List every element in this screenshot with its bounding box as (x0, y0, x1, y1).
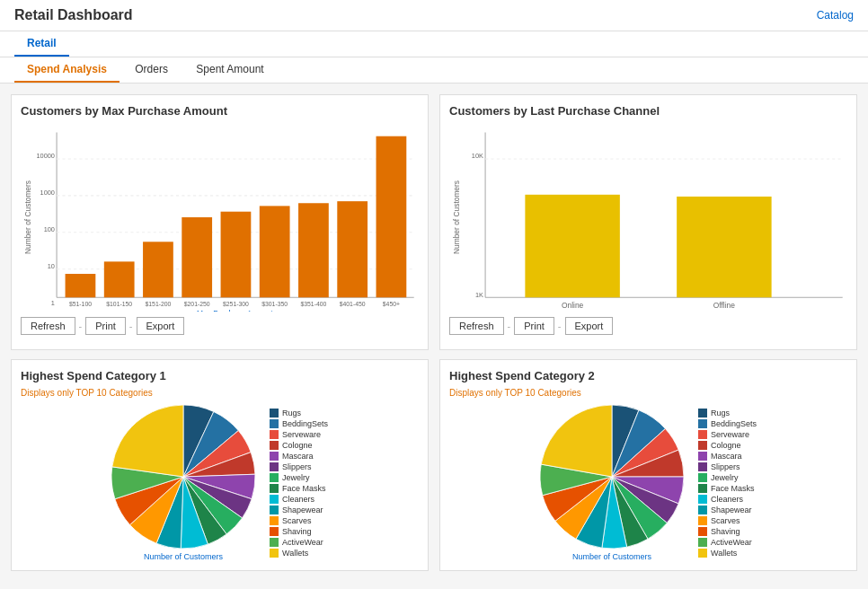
legend-item-label: Cologne (282, 441, 313, 450)
legend-item: Slippers (698, 462, 757, 471)
legend-color-swatch (698, 473, 707, 482)
legend-item-label: ActiveWear (711, 538, 752, 547)
pie2-title: Highest Spend Category 2 (449, 369, 847, 382)
legend-color-swatch (698, 441, 707, 450)
chart1-panel: Customers by Max Purchase Amount Number … (11, 94, 429, 350)
svg-rect-20 (221, 212, 252, 298)
legend-item: Wallets (698, 549, 757, 558)
legend-color-swatch (270, 505, 279, 514)
legend-color-swatch (698, 484, 707, 493)
pie2-content: Number of Customers RugsBeddingSetsServe… (449, 405, 847, 561)
legend-item-label: Mascara (711, 452, 742, 461)
chart1-sep1: - (79, 321, 83, 331)
legend-color-swatch (698, 430, 707, 439)
legend-item-label: Cologne (711, 441, 741, 450)
legend-item-label: Jewelry (282, 473, 310, 482)
chart2-sep2: - (558, 321, 562, 331)
legend-item: Rugs (698, 409, 757, 418)
chart1-buttons: Refresh - Print - Export (21, 317, 419, 335)
legend-item-label: Serveware (711, 430, 749, 439)
svg-text:$51-100: $51-100 (69, 301, 92, 307)
legend-item: Cologne (270, 441, 328, 450)
outer-tab-bar: Retail (0, 31, 868, 57)
chart1-sep2: - (129, 321, 133, 331)
legend-item-label: Serveware (282, 430, 321, 439)
tab-retail[interactable]: Retail (14, 31, 69, 57)
legend-item: Jewelry (270, 473, 328, 482)
svg-rect-22 (260, 206, 290, 297)
chart2-print-button[interactable]: Print (514, 317, 554, 335)
legend-color-swatch (270, 538, 279, 547)
legend-item-label: Scarves (282, 516, 312, 525)
legend-item-label: Wallets (711, 549, 737, 558)
legend-item: ActiveWear (270, 538, 328, 547)
pie2-legend: RugsBeddingSetsServewareCologneMascaraSl… (698, 409, 757, 558)
pie2-x-label: Number of Customers (572, 552, 651, 561)
svg-text:$101-150: $101-150 (106, 301, 132, 307)
legend-item: Face Masks (698, 484, 757, 493)
chart1-refresh-button[interactable]: Refresh (21, 317, 75, 335)
svg-text:Online: Online (562, 301, 584, 310)
svg-text:100: 100 (44, 225, 55, 233)
pie1-subtitle: Displays only TOP 10 Categories (21, 388, 419, 398)
main-content: Customers by Max Purchase Amount Number … (0, 84, 868, 582)
legend-color-swatch (698, 538, 707, 547)
chart2-export-button[interactable]: Export (565, 317, 614, 335)
legend-item: Mascara (698, 452, 757, 461)
svg-text:Number of Customers: Number of Customers (452, 180, 461, 254)
legend-color-swatch (698, 495, 707, 504)
svg-rect-18 (182, 217, 212, 297)
legend-color-swatch (270, 419, 279, 428)
legend-color-swatch (698, 419, 707, 428)
legend-color-swatch (270, 516, 279, 525)
svg-text:Max Purchase Amount: Max Purchase Amount (197, 309, 273, 312)
chart1-export-button[interactable]: Export (137, 317, 185, 335)
legend-item-label: Shaving (711, 527, 740, 536)
legend-item-label: Rugs (711, 409, 730, 418)
chart2-area: Number of Customers 1K 10K Online Offlin… (449, 123, 847, 312)
legend-item-label: Face Masks (282, 484, 326, 493)
legend-item: Slippers (270, 462, 328, 471)
legend-item-label: Slippers (711, 462, 740, 471)
chart2-refresh-button[interactable]: Refresh (449, 317, 504, 335)
svg-text:10K: 10K (472, 152, 483, 160)
legend-item-label: Jewelry (711, 473, 739, 482)
legend-item: Mascara (270, 452, 328, 461)
top-charts-row: Customers by Max Purchase Amount Number … (11, 94, 857, 350)
svg-text:1K: 1K (475, 291, 483, 299)
legend-item: Serveware (698, 430, 757, 439)
legend-color-swatch (698, 516, 707, 525)
svg-text:$301-350: $301-350 (261, 301, 288, 307)
tab-spend-analysis[interactable]: Spend Analysis (14, 57, 120, 83)
pie2-svg-container: Number of Customers (540, 405, 684, 561)
legend-item: BeddingSets (698, 419, 757, 428)
chart1-print-button[interactable]: Print (85, 317, 126, 335)
legend-color-swatch (270, 452, 279, 461)
legend-item: Cologne (698, 441, 757, 450)
app-title: Retail Dashboard (14, 7, 133, 23)
tab-spent-amount[interactable]: Spent Amount (183, 57, 276, 81)
chart1-title: Customers by Max Purchase Amount (21, 104, 419, 118)
svg-rect-26 (337, 201, 368, 297)
pie1-x-label: Number of Customers (144, 552, 223, 561)
legend-color-swatch (698, 549, 707, 558)
legend-item: Face Masks (270, 484, 328, 493)
legend-color-swatch (270, 409, 279, 418)
tab-orders[interactable]: Orders (122, 57, 181, 81)
chart2-title: Customers by Last Purchase Channel (449, 104, 847, 118)
legend-item: Shapewear (270, 505, 328, 514)
legend-item: Scarves (270, 516, 328, 525)
legend-color-swatch (270, 462, 279, 471)
legend-item-label: Scarves (711, 516, 740, 525)
svg-text:$351-400: $351-400 (300, 301, 326, 307)
catalog-link[interactable]: Catalog (817, 9, 854, 22)
legend-item-label: Rugs (282, 409, 301, 418)
chart2-panel: Customers by Last Purchase Channel Numbe… (439, 94, 857, 350)
pie2-panel: Highest Spend Category 2 Displays only T… (439, 359, 857, 571)
svg-text:Offline: Offline (713, 301, 736, 310)
chart2-buttons: Refresh - Print - Export (449, 317, 847, 335)
svg-rect-16 (143, 242, 173, 297)
legend-item: Wallets (270, 549, 328, 558)
legend-item-label: Wallets (282, 549, 308, 558)
pie1-content: Number of Customers RugsBeddingSetsServe… (21, 405, 419, 561)
